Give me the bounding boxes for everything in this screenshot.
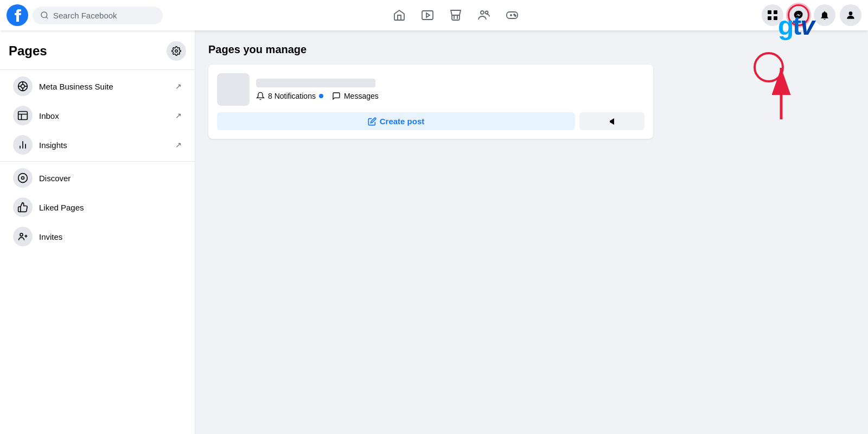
svg-line-2 (46, 17, 48, 18)
svg-point-5 (481, 11, 484, 14)
inbox-label: Inbox (39, 111, 169, 120)
notification-count[interactable]: 8 Notifications (256, 92, 323, 100)
sidebar-item-insights[interactable]: Insights ↗ (4, 131, 190, 159)
nav-center (191, 2, 720, 28)
insights-icon (13, 135, 33, 155)
sidebar-item-meta-business[interactable]: Meta Business Suite ↗ (4, 72, 190, 100)
sidebar-header: Pages (0, 37, 195, 67)
page-meta: 8 Notifications Messages (256, 92, 644, 100)
svg-marker-4 (426, 13, 430, 17)
nav-right (720, 4, 861, 26)
notif-count-text: 8 Notifications (268, 92, 316, 100)
page-card: 8 Notifications Messages (208, 65, 653, 139)
megaphone-icon (608, 117, 616, 126)
svg-rect-14 (768, 16, 771, 20)
svg-point-19 (175, 50, 178, 53)
messages-item[interactable]: Messages (332, 92, 379, 100)
discover-icon (13, 168, 33, 188)
insights-label: Insights (39, 141, 169, 150)
edit-icon (368, 117, 376, 126)
page-card-top: 8 Notifications Messages (217, 73, 644, 106)
svg-point-21 (21, 85, 25, 88)
nav-groups-button[interactable] (471, 2, 497, 28)
invites-label: Invites (39, 232, 182, 241)
nav-watch-button[interactable] (414, 2, 441, 28)
page-actions: Create post (217, 112, 644, 130)
svg-rect-3 (422, 11, 433, 20)
profile-button[interactable] (840, 4, 861, 26)
notifications-button[interactable] (814, 4, 835, 26)
nav-gaming-button[interactable] (499, 2, 525, 28)
sidebar-divider-mid (0, 161, 195, 162)
grid-menu-button[interactable] (762, 4, 783, 26)
meta-business-label: Meta Business Suite (39, 82, 169, 91)
meta-business-icon (13, 76, 33, 96)
promote-button[interactable] (579, 112, 644, 130)
create-post-label: Create post (380, 117, 425, 126)
sidebar-item-discover[interactable]: Discover (4, 164, 190, 192)
nav-left: Search Facebook (7, 4, 191, 26)
sidebar-divider-top (0, 69, 195, 70)
notif-dot (319, 94, 323, 98)
messages-text: Messages (344, 92, 379, 100)
pages-section: Pages you manage 8 Notifications (208, 43, 653, 139)
gear-button[interactable] (167, 41, 186, 61)
create-post-button[interactable]: Create post (217, 112, 575, 130)
search-bar[interactable]: Search Facebook (33, 7, 163, 24)
page-avatar (217, 73, 250, 106)
inbox-icon (13, 106, 33, 125)
liked-pages-icon (13, 197, 33, 217)
svg-point-1 (41, 12, 47, 18)
svg-point-11 (515, 15, 516, 16)
sidebar-item-inbox[interactable]: Inbox ↗ (4, 101, 190, 130)
search-icon (40, 11, 49, 20)
section-title: Pages you manage (208, 43, 653, 56)
svg-rect-26 (18, 112, 28, 120)
meta-business-arrow: ↗ (175, 82, 182, 91)
svg-point-31 (22, 177, 24, 180)
nav-home-button[interactable] (386, 2, 412, 28)
liked-pages-label: Liked Pages (39, 203, 182, 212)
svg-rect-15 (774, 16, 777, 20)
facebook-logo[interactable] (7, 4, 28, 26)
svg-point-16 (849, 11, 853, 15)
nav-marketplace-button[interactable] (443, 2, 469, 28)
sidebar-item-liked-pages[interactable]: Liked Pages (4, 193, 190, 221)
bell-icon (256, 92, 265, 100)
page-info: 8 Notifications Messages (256, 79, 644, 100)
sidebar-item-invites[interactable]: Invites (4, 222, 190, 251)
invites-icon (13, 227, 33, 246)
insights-arrow: ↗ (175, 141, 182, 149)
svg-point-30 (18, 174, 28, 183)
inbox-arrow: ↗ (175, 111, 182, 120)
messages-icon (332, 92, 341, 100)
search-placeholder: Search Facebook (53, 11, 117, 20)
svg-point-6 (486, 11, 488, 14)
main-content: Pages you manage 8 Notifications (195, 30, 868, 434)
messenger-button[interactable] (788, 4, 809, 26)
svg-point-32 (20, 233, 23, 236)
svg-rect-12 (768, 10, 771, 14)
svg-rect-13 (774, 10, 777, 14)
top-navigation: Search Facebook (0, 0, 868, 30)
sidebar-title: Pages (9, 43, 47, 59)
page-name-placeholder (256, 79, 375, 87)
sidebar: Pages Meta Business Suite ↗ (0, 30, 195, 434)
discover-label: Discover (39, 174, 182, 183)
